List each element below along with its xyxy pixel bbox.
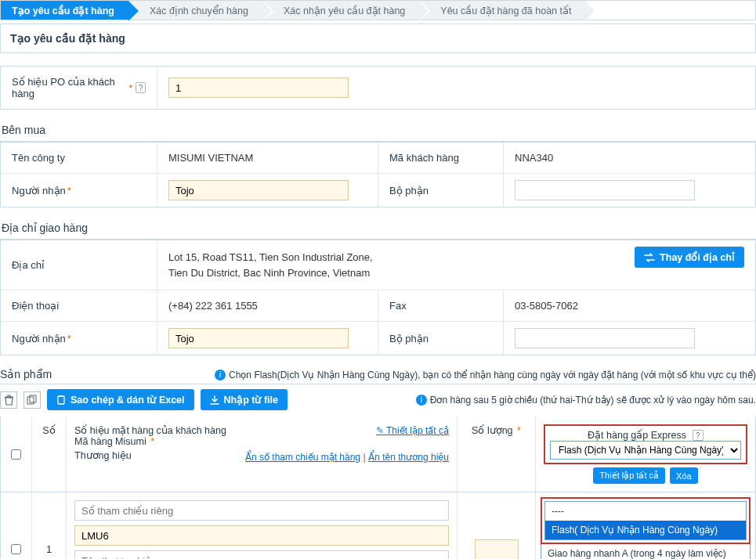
col-reference-header: Số hiệu mặt hàng của khách hàng ✎ Thiết … — [67, 417, 458, 492]
progress-stepper: Tạo yêu cầu đặt hàng Xác định chuyển hàn… — [0, 0, 756, 20]
swap-icon — [644, 253, 655, 262]
step-order-complete[interactable]: Yêu cầu đặt hàng đã hoàn tất — [420, 1, 586, 20]
express-clear-button[interactable]: Xóa — [670, 467, 698, 484]
customer-reference-input[interactable] — [74, 500, 449, 521]
import-file-button[interactable]: Nhập từ file — [201, 389, 288, 410]
copy-from-excel-button[interactable]: Sao chép & dán từ Excel — [47, 389, 194, 410]
buyer-section: Tên công ty MISUMI VIETNAM Mã khách hàng… — [0, 142, 756, 207]
express-row-dropdown-open[interactable]: ---- Flash( Dịch Vụ Nhận Hàng Cùng Ngày) — [544, 501, 747, 540]
change-address-button[interactable]: Thay đổi địa chỉ — [635, 247, 744, 268]
ship-department-input[interactable] — [515, 328, 695, 348]
set-all-reference-link[interactable]: ✎ Thiết lập tất cả — [376, 425, 449, 436]
stepper-fill — [586, 1, 755, 20]
help-icon[interactable]: ? — [136, 82, 146, 93]
step-create-order[interactable]: Tạo yêu cầu đặt hàng — [1, 1, 129, 20]
hide-reference-link[interactable]: Ẩn số tham chiếu mặt hàng — [245, 452, 360, 463]
express-option-flash[interactable]: Flash( Dịch Vụ Nhận Hàng Cùng Ngày) — [545, 521, 746, 539]
pencil-icon: ✎ — [376, 425, 386, 436]
svg-rect-0 — [27, 397, 34, 404]
row-number: 1 — [32, 492, 67, 559]
buyer-heading: Bên mua — [0, 110, 756, 142]
misumi-part-input[interactable] — [74, 525, 449, 546]
row-select-checkbox[interactable] — [11, 544, 21, 554]
info-icon: i — [215, 370, 226, 380]
products-heading: Sản phẩm — [0, 368, 52, 380]
phone-value: (+84) 222 361 1555 — [157, 290, 378, 321]
buyer-department-input[interactable] — [515, 180, 695, 200]
products-table: Số Số hiệu mặt hàng của khách hàng ✎ Thi… — [0, 417, 756, 559]
delete-row-button[interactable] — [0, 391, 17, 409]
po-input[interactable] — [168, 78, 349, 98]
copy-row-button[interactable] — [24, 391, 41, 409]
shipping-section: Địa chỉ Lot 15, Road TS11, Tien Son Indu… — [0, 240, 756, 355]
copy-icon — [27, 395, 38, 405]
col-express-header: Đặt hàng gấp Express ? Flash (Dịch Vụ Nh… — [536, 417, 755, 492]
step-define-shipping[interactable]: Xác định chuyển hàng — [129, 1, 263, 20]
express-option-a[interactable]: Giao hàng nhanh A (trong 4 ngày làm việc… — [541, 544, 750, 559]
fax-label: Fax — [378, 290, 504, 321]
ship-recipient-label: Người nhận * — [1, 322, 157, 355]
svg-rect-1 — [30, 395, 36, 402]
po-section: Số hiệu PO của khách hàng * ? — [0, 66, 756, 110]
company-label: Tên công ty — [1, 142, 157, 173]
select-all-checkbox[interactable] — [11, 449, 21, 460]
phone-label: Điện thoại — [1, 290, 157, 321]
required-marker: * — [128, 82, 132, 94]
ship-department-label: Bộ phận — [378, 322, 504, 355]
trash-icon — [4, 395, 14, 406]
step-confirm-order[interactable]: Xác nhận yêu cầu đặt hàng — [263, 1, 420, 20]
brand-input[interactable] — [74, 550, 449, 559]
products-info-1: i Chọn Flash(Dịch Vụ Nhận Hàng Cùng Ngày… — [215, 370, 756, 380]
col-no-header: Số — [32, 417, 67, 492]
quantity-input[interactable] — [475, 539, 519, 560]
ship-recipient-input[interactable] — [168, 328, 349, 348]
svg-rect-3 — [60, 395, 63, 397]
svg-rect-2 — [58, 396, 64, 404]
fax-value: 03-5805-7062 — [504, 290, 755, 321]
customer-code-label: Mã khách hàng — [378, 142, 504, 173]
po-label: Số hiệu PO của khách hàng * ? — [1, 67, 157, 109]
buyer-recipient-input[interactable] — [168, 180, 349, 200]
address-label: Địa chỉ — [1, 240, 157, 290]
col-qty-header: Số lượng * — [458, 417, 536, 492]
import-icon — [210, 395, 219, 405]
company-value: MISUMI VIETNAM — [157, 142, 378, 173]
products-info-2: i Đơn hàng sau 5 giờ chiều (thứ hai-Thứ … — [416, 395, 756, 406]
express-set-all-button[interactable]: Thiết lập tất cả — [593, 467, 665, 484]
product-row: 1 ▾ Danh sách ---- Flash( Dịch Vụ Nhận H… — [1, 492, 755, 559]
customer-code-value: NNA340 — [504, 142, 755, 173]
hide-brand-link[interactable]: Ẩn tên thương hiệu — [368, 452, 449, 463]
express-option-none[interactable]: ---- — [545, 502, 746, 521]
buyer-recipient-label: Người nhận * — [1, 174, 157, 207]
products-header-row: Sản phẩm i Chọn Flash(Dịch Vụ Nhận Hàng … — [0, 355, 756, 384]
products-toolbar: Sao chép & dán từ Excel Nhập từ file — [0, 389, 288, 410]
help-icon[interactable]: ? — [693, 430, 704, 441]
express-header-select[interactable]: Flash (Dịch Vụ Nhận Hàng Cùng Ngày) — [550, 441, 741, 460]
page-title: Tạo yêu cầu đặt hàng — [0, 23, 756, 53]
express-row-dropdown-rest[interactable]: Giao hàng nhanh A (trong 4 ngày làm việc… — [541, 544, 751, 559]
paste-icon — [56, 395, 66, 405]
buyer-department-label: Bộ phận — [378, 174, 504, 207]
shipping-heading: Địa chỉ giao hàng — [0, 207, 756, 240]
info-icon: i — [416, 395, 427, 406]
address-value: Lot 15, Road TS11, Tien Son Industrial Z… — [168, 247, 625, 283]
